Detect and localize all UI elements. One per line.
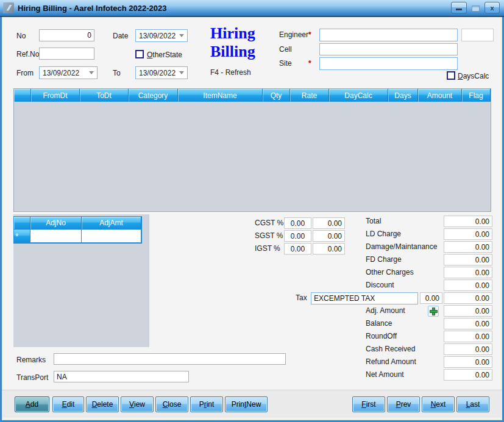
grid-column-fromdt[interactable]: FromDt xyxy=(31,89,80,102)
cash-received-label: Cash Received xyxy=(366,345,415,353)
balance-value[interactable] xyxy=(444,318,492,329)
close-button[interactable]: Close xyxy=(155,396,188,412)
new-row-marker[interactable]: * xyxy=(14,229,30,243)
prev-button[interactable]: Prev xyxy=(387,396,420,412)
app-window: ⫽ Hiring Billing - Aarel Infotech 2022-2… xyxy=(0,0,504,422)
discount-value[interactable] xyxy=(444,280,492,291)
total-value[interactable] xyxy=(444,216,492,227)
date-value: 13/09/2022 xyxy=(139,32,176,40)
close-icon: x xyxy=(490,4,494,12)
from-date-value: 13/09/2022 xyxy=(43,69,79,77)
tax-pct-input[interactable] xyxy=(420,292,442,304)
dayscalc-label[interactable]: DaysCalc xyxy=(458,72,489,80)
cgst-amount-input[interactable] xyxy=(313,217,345,229)
tax-label: Tax xyxy=(296,294,307,302)
fd-charge-value[interactable] xyxy=(444,254,492,266)
adj-column-adjamt[interactable]: AdjAmt xyxy=(82,217,141,229)
tax-name-input[interactable] xyxy=(311,292,418,304)
igst-label: IGST % xyxy=(255,244,280,253)
roundoff-value[interactable] xyxy=(444,331,492,342)
balance-label: Balance xyxy=(366,319,392,328)
from-date-picker[interactable]: 13/09/2022 xyxy=(39,66,98,79)
cgst-pct-input[interactable] xyxy=(284,217,311,229)
refund-amount-value[interactable] xyxy=(444,356,492,368)
minimize-icon xyxy=(456,9,462,10)
engineer-aux-input[interactable] xyxy=(461,29,494,41)
net-amount-label: Net Amount xyxy=(366,370,404,379)
otherstate-label[interactable]: OtherState xyxy=(147,51,182,59)
total-label: Total xyxy=(366,217,381,225)
grid-column-todt[interactable]: ToDt xyxy=(80,89,129,102)
window-controls: x xyxy=(451,2,500,13)
adjamt-cell[interactable] xyxy=(82,229,141,243)
close-button[interactable]: x xyxy=(484,2,500,13)
print-new-button[interactable]: Print New xyxy=(225,396,268,412)
title-bar[interactable]: ⫽ Hiring Billing - Aarel Infotech 2022-2… xyxy=(0,0,504,17)
page-title: Hiring Billing xyxy=(210,24,255,61)
refno-label: Ref.No xyxy=(16,50,39,58)
ld-charge-value[interactable] xyxy=(444,228,492,240)
grid-row-selector-header[interactable] xyxy=(14,89,31,102)
view-button[interactable]: View xyxy=(121,396,154,412)
site-label: Site xyxy=(279,59,292,68)
no-input[interactable] xyxy=(39,29,94,41)
adj-grid-new-row: * xyxy=(14,229,141,243)
igst-amount-input[interactable] xyxy=(313,243,345,255)
site-input[interactable] xyxy=(319,57,458,70)
damage-maintanance-label: Damage/Maintanance xyxy=(366,242,437,251)
adj-row-selector-header[interactable] xyxy=(14,217,30,229)
next-button[interactable]: Next xyxy=(422,396,455,412)
grid-column-qty[interactable]: Qty xyxy=(263,89,290,102)
date-label: Date xyxy=(113,32,128,40)
site-required-marker: * xyxy=(308,59,311,68)
grid-column-category[interactable]: Category xyxy=(129,89,178,102)
cash-received-value[interactable] xyxy=(444,343,492,355)
net-amount-value[interactable] xyxy=(444,369,492,381)
tax-value[interactable] xyxy=(444,292,492,304)
damage-maintanance-value[interactable] xyxy=(444,241,492,253)
ld-charge-label: LD Charge xyxy=(366,230,401,238)
grid-column-flag[interactable]: Flag xyxy=(462,89,491,102)
roundoff-label: RoundOff xyxy=(366,332,397,340)
print-button[interactable]: Print xyxy=(190,396,223,412)
adj-amount-value[interactable] xyxy=(444,305,492,317)
remarks-input[interactable] xyxy=(54,353,286,365)
engineer-input[interactable] xyxy=(319,29,458,41)
adj-column-adjno[interactable]: AdjNo xyxy=(30,217,82,229)
app-logo-icon: ⫽ xyxy=(3,2,14,13)
other-charges-label: Other Charges xyxy=(366,268,414,276)
otherstate-checkbox[interactable] xyxy=(135,50,144,58)
grid-column-amount[interactable]: Amount xyxy=(418,89,462,102)
refno-input[interactable] xyxy=(39,47,94,60)
date-picker[interactable]: 13/09/2022 xyxy=(135,29,188,42)
delete-button[interactable]: Delete xyxy=(86,396,119,412)
items-grid: FromDtToDtCategoryItemNameQtyRateDayCalc… xyxy=(13,88,491,212)
items-grid-header: FromDtToDtCategoryItemNameQtyRateDayCalc… xyxy=(14,89,491,102)
cgst-label: CGST % xyxy=(255,219,283,227)
restore-icon[interactable] xyxy=(472,5,480,12)
refund-amount-label: Refund Amount xyxy=(366,357,416,366)
adjno-cell[interactable] xyxy=(30,229,82,243)
adj-amount-add-button[interactable] xyxy=(428,306,439,317)
igst-pct-input[interactable] xyxy=(284,243,311,255)
chevron-down-icon xyxy=(89,71,94,74)
no-label: No xyxy=(16,32,26,40)
first-button[interactable]: First xyxy=(352,396,385,412)
add-button[interactable]: Add xyxy=(15,396,49,412)
minimize-button[interactable] xyxy=(451,2,467,13)
edit-button[interactable]: Edit xyxy=(52,396,84,412)
last-button[interactable]: Last xyxy=(456,396,489,412)
cell-input[interactable] xyxy=(319,43,458,55)
other-charges-value[interactable] xyxy=(444,267,492,278)
to-date-picker[interactable]: 13/09/2022 xyxy=(135,66,188,79)
engineer-label: Engineer xyxy=(279,30,308,39)
dayscalc-checkbox[interactable] xyxy=(447,71,455,80)
sgst-amount-input[interactable] xyxy=(313,230,345,242)
grid-column-rate[interactable]: Rate xyxy=(290,89,329,102)
sgst-label: SGST % xyxy=(255,231,283,240)
transport-input[interactable] xyxy=(54,371,189,382)
grid-column-days[interactable]: Days xyxy=(388,89,418,102)
grid-column-itemname[interactable]: ItemName xyxy=(178,89,263,102)
grid-column-daycalc[interactable]: DayCalc xyxy=(329,89,388,102)
sgst-pct-input[interactable] xyxy=(284,230,311,242)
